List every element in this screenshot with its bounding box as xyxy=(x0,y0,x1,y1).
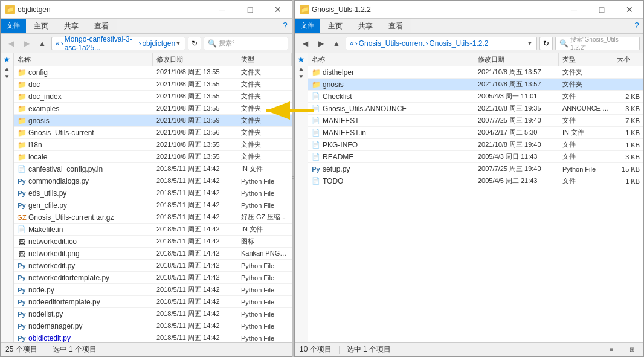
right-col-size[interactable]: 大小 xyxy=(613,53,643,66)
py-icon: Py xyxy=(18,334,26,343)
table-row[interactable]: Py node.py 2018/5/11 周五 14:42 Python Fil… xyxy=(14,284,292,296)
table-row[interactable]: 📄 Gnosis_Utils.ANNOUNCE 2021/10/8 周三 19:… xyxy=(308,103,643,115)
right-close-button[interactable]: ✕ xyxy=(616,1,643,19)
right-tab-share[interactable]: 共享 xyxy=(350,19,381,33)
right-help-btn[interactable]: ? xyxy=(630,19,643,32)
left-tab-file[interactable]: 文件 xyxy=(1,19,26,33)
table-row[interactable]: Py nodeeditortemplate.py 2018/5/11 周五 14… xyxy=(14,296,292,308)
table-row[interactable]: Py objdictedit.py 2018/5/11 周五 14:42 Pyt… xyxy=(14,332,292,342)
folder-icon: 📁 xyxy=(18,92,26,101)
left-col-type[interactable]: 类型 xyxy=(237,53,292,66)
left-tab-view[interactable]: 查看 xyxy=(86,19,117,33)
file-name: doc_index xyxy=(28,92,62,101)
right-tab-view[interactable]: 查看 xyxy=(381,19,411,33)
right-window: 📁 Gnosis_Utils-1.2.2 ─ □ ✕ 文件 主页 共享 查看 ?… xyxy=(294,0,644,357)
file-name: config xyxy=(28,68,48,77)
table-row[interactable]: 📁 examples 2021/10/8 周五 13:55 文件夹 xyxy=(14,103,292,115)
right-up-btn[interactable]: ▲ xyxy=(330,37,343,50)
right-view-details-btn[interactable]: ≡ xyxy=(605,343,618,356)
file-date: 2018/5/11 周五 14:42 xyxy=(153,225,237,234)
left-file-list: 名称 修改日期 类型 📁 config 2021/10/8 周五 13:55 文… xyxy=(14,53,292,342)
right-status-bar: 10 个项目 选中 1 个项目 ≡ ⊞ xyxy=(295,342,643,356)
table-row[interactable]: Py setup.py 2007/7/25 周三 19:40 Python Fi… xyxy=(308,163,643,175)
left-sidebar-nav: ★ ▲ ▼ xyxy=(1,53,14,342)
left-path-part2[interactable]: Mongo-canfestival-3-asc-1a25... xyxy=(65,35,138,52)
right-list-header: 名称 修改日期 类型 大小 xyxy=(308,53,643,66)
table-row[interactable]: 🖼 networkedit.png 2018/5/11 周五 14:42 Kan… xyxy=(14,248,292,260)
left-forward-btn[interactable]: ▶ xyxy=(20,37,33,50)
table-row[interactable]: Py nodemanager.py 2018/5/11 周五 14:42 Pyt… xyxy=(14,320,292,332)
file-date: 2007/7/25 周三 19:40 xyxy=(474,164,559,173)
table-row[interactable]: Py gen_cfile.py 2018/5/11 周五 14:42 Pytho… xyxy=(14,199,292,211)
table-row[interactable]: 📁 doc 2021/10/8 周五 13:55 文件夹 xyxy=(14,79,292,91)
right-path-part2[interactable]: Gnosis_Utils-current xyxy=(359,39,425,48)
left-search-box[interactable]: 🔍 搜索° xyxy=(204,37,288,50)
left-close-button[interactable]: ✕ xyxy=(264,1,292,19)
table-row[interactable]: 📄 PKG-INFO 2021/10/8 周三 19:40 文件 1 KB xyxy=(308,139,643,151)
table-row[interactable]: 📁 disthelper 2021/10/8 周五 13:57 文件夹 xyxy=(308,66,643,79)
table-row[interactable]: 🖼 networkedit.ico 2018/5/11 周五 14:42 图标 xyxy=(14,236,292,248)
right-down-arrow[interactable]: ▼ xyxy=(298,73,304,80)
left-pin-icon[interactable]: ★ xyxy=(3,54,11,64)
table-row[interactable]: Py eds_utils.py 2018/5/11 周五 14:42 Pytho… xyxy=(14,187,292,199)
right-col-name[interactable]: 名称 xyxy=(308,53,474,66)
table-row[interactable]: Py commondialogs.py 2018/5/11 周五 14:42 P… xyxy=(14,175,292,187)
table-row[interactable]: 📄 MANIFEST 2007/7/25 周三 19:40 文件 7 KB xyxy=(308,115,643,127)
right-path-part1[interactable]: « xyxy=(350,39,354,48)
table-row[interactable]: 📁 config 2021/10/8 周五 13:55 文件夹 xyxy=(14,66,292,79)
table-row[interactable]: Py nodelist.py 2018/5/11 周五 14:42 Python… xyxy=(14,308,292,320)
right-tab-home[interactable]: 主页 xyxy=(320,19,350,33)
left-back-btn[interactable]: ◀ xyxy=(4,37,18,50)
right-col-type[interactable]: 类型 xyxy=(559,53,613,66)
table-row[interactable]: 📄 Checklist 2005/4/3 周一 11:01 文件 2 KB xyxy=(308,91,643,103)
table-row[interactable]: 📄 README 2005/4/3 周日 11:43 文件 3 KB xyxy=(308,151,643,163)
right-back-btn[interactable]: ◀ xyxy=(298,37,312,50)
table-row[interactable]: 📄 Makefile.in 2018/5/11 周五 14:42 IN 文件 xyxy=(14,224,292,236)
right-view-icons-btn[interactable]: ⊞ xyxy=(625,343,639,356)
table-row[interactable]: 📁 i18n 2021/10/8 周五 13:55 文件夹 xyxy=(14,139,292,151)
left-path-dropdown[interactable]: ▼ xyxy=(175,40,181,47)
left-address-path[interactable]: « › Mongo-canfestival-3-asc-1a25... › ob… xyxy=(51,37,185,50)
left-path-part1[interactable]: « xyxy=(56,39,60,48)
right-address-path[interactable]: « › Gnosis_Utils-current › Gnosis_Utils-… xyxy=(346,37,537,50)
table-row[interactable]: Py networkedit.py 2018/5/11 周五 14:42 Pyt… xyxy=(14,260,292,272)
right-path-dropdown[interactable]: ▼ xyxy=(527,40,533,47)
table-row[interactable]: 📄 MANIFEST.in 2004/2/17 周二 5:30 IN 文件 1 … xyxy=(308,127,643,139)
right-col-date[interactable]: 修改日期 xyxy=(474,53,559,66)
right-maximize-button[interactable]: □ xyxy=(588,1,616,19)
left-col-date[interactable]: 修改日期 xyxy=(153,53,237,66)
table-row[interactable]: GZ Gnosis_Utils-current.tar.gz 2018/5/11… xyxy=(14,211,292,224)
left-col-name[interactable]: 名称 xyxy=(14,53,153,66)
right-up-arrow[interactable]: ▲ xyxy=(298,65,304,72)
left-tab-share[interactable]: 共享 xyxy=(56,19,86,33)
left-maximize-button[interactable]: □ xyxy=(236,1,264,19)
left-down-arrow[interactable]: ▼ xyxy=(4,73,10,80)
left-path-part3[interactable]: objdictgen xyxy=(142,39,175,48)
table-row[interactable]: 📁 doc_index 2021/10/8 周五 13:55 文件夹 xyxy=(14,91,292,103)
right-forward-btn[interactable]: ▶ xyxy=(314,37,327,50)
table-row[interactable]: 📁 gnosis 2021/10/8 周五 13:59 文件夹 xyxy=(14,115,292,127)
left-refresh-btn[interactable]: ↻ xyxy=(188,37,201,50)
table-row[interactable]: 📄 TODO 2005/4/5 周二 21:43 文件 1 KB xyxy=(308,175,643,187)
right-pin-icon[interactable]: ★ xyxy=(297,54,305,64)
file-type: 文件夹 xyxy=(559,68,613,77)
left-up-btn[interactable]: ▲ xyxy=(36,37,49,50)
table-row[interactable]: 📁 gnosis 2021/10/8 周五 13:57 文件夹 xyxy=(308,79,643,91)
table-row[interactable]: 📁 locale 2021/10/8 周五 13:55 文件夹 xyxy=(14,151,292,163)
right-search-box[interactable]: 🔍 搜索"Gnosis_Utils-1.2.2" xyxy=(555,37,640,50)
table-row[interactable]: 📁 Gnosis_Utils-current 2021/10/8 周五 13:5… xyxy=(14,127,292,139)
right-refresh-btn[interactable]: ↻ xyxy=(539,37,553,50)
left-minimize-button[interactable]: ─ xyxy=(208,1,236,19)
right-path-part3[interactable]: Gnosis_Utils-1.2.2 xyxy=(429,39,488,48)
left-help-btn[interactable]: ? xyxy=(279,19,292,32)
right-tab-file[interactable]: 文件 xyxy=(295,19,320,33)
file-date: 2018/5/11 周五 14:42 xyxy=(153,176,237,185)
file-name: nodeeditortemplate.py xyxy=(28,298,100,306)
file-size: 1 KB xyxy=(613,129,643,137)
left-tab-home[interactable]: 主页 xyxy=(26,19,56,33)
left-up-arrow[interactable]: ▲ xyxy=(4,65,10,72)
table-row[interactable]: 📄 canfestival_config.py.in 2018/5/11 周五 … xyxy=(14,163,292,175)
right-minimize-button[interactable]: ─ xyxy=(560,1,588,19)
table-row[interactable]: Py networkeditortemplate.py 2018/5/11 周五… xyxy=(14,272,292,284)
file-name: networkedit.py xyxy=(28,262,75,270)
